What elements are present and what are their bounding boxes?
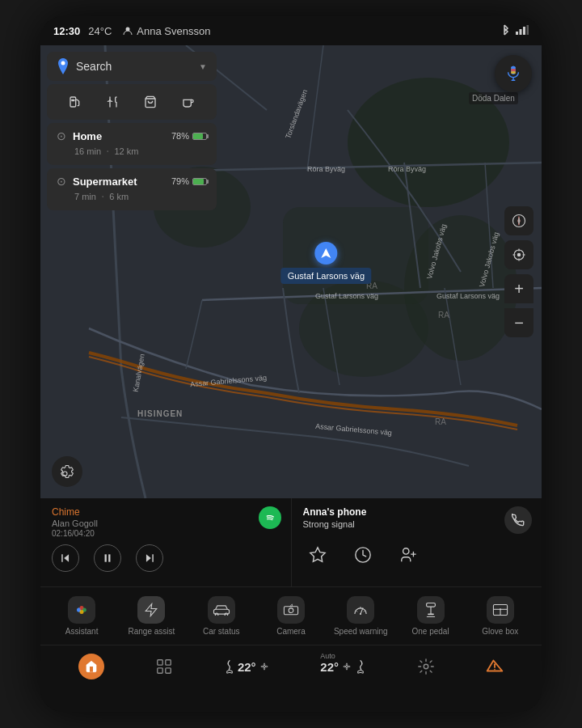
dest-super-time: 7 min bbox=[74, 192, 96, 201]
device-frame: 12:30 24°C Anna Svensson bbox=[40, 16, 542, 712]
road-label-rora2: Röra Byväg bbox=[388, 165, 426, 173]
dest-home-battery: 78% bbox=[171, 131, 207, 141]
next-button[interactable] bbox=[136, 544, 163, 572]
home-icon bbox=[78, 654, 104, 679]
range-assist-label: Range assist bbox=[129, 627, 175, 636]
svg-rect-3 bbox=[523, 27, 525, 35]
zoom-in-button[interactable]: + bbox=[504, 274, 534, 303]
bottom-section: Chime Alan Gogoll 02:16/04:20 bbox=[40, 498, 542, 712]
svg-marker-37 bbox=[310, 548, 324, 561]
svg-rect-17 bbox=[511, 69, 516, 71]
svg-marker-35 bbox=[146, 554, 151, 561]
microphone-icon bbox=[504, 65, 522, 83]
media-title: Chime bbox=[52, 506, 280, 518]
shortcut-camera[interactable]: Camera bbox=[256, 596, 326, 636]
category-coffee[interactable] bbox=[177, 91, 200, 113]
home-button[interactable] bbox=[78, 654, 104, 679]
voice-button[interactable] bbox=[495, 55, 532, 92]
left-temp: 22° bbox=[238, 660, 256, 674]
category-shopping[interactable] bbox=[139, 91, 162, 113]
favorite-button[interactable] bbox=[303, 540, 332, 569]
media-artist: Alan Gogoll bbox=[52, 518, 280, 528]
dest-home-dist: 12 km bbox=[114, 146, 138, 156]
spotify-icon bbox=[264, 511, 276, 524]
maps-pin-icon bbox=[57, 58, 70, 74]
svg-rect-53 bbox=[426, 603, 435, 607]
next-icon bbox=[144, 552, 155, 564]
compass-button[interactable] bbox=[504, 206, 534, 235]
warning-button[interactable] bbox=[486, 658, 504, 675]
zoom-out-button[interactable]: − bbox=[504, 308, 534, 337]
svg-point-44 bbox=[80, 610, 84, 614]
range-assist-icon bbox=[137, 596, 165, 624]
contacts-button[interactable] bbox=[394, 540, 423, 569]
svg-point-52 bbox=[360, 613, 361, 615]
location-pin bbox=[314, 242, 337, 265]
svg-point-64 bbox=[424, 664, 428, 669]
car-status-icon bbox=[208, 596, 235, 624]
svg-point-63 bbox=[346, 666, 348, 668]
car-status-label: Car status bbox=[203, 627, 240, 636]
svg-rect-1 bbox=[516, 32, 518, 35]
arrow-up-icon bbox=[320, 248, 331, 259]
dest-super-dist: 6 km bbox=[109, 192, 129, 201]
phone-actions bbox=[303, 540, 531, 569]
locate-icon bbox=[512, 248, 526, 262]
dest-super-name: Supermarket bbox=[73, 176, 137, 188]
prev-button[interactable] bbox=[52, 544, 79, 572]
contacts-icon bbox=[399, 546, 417, 564]
camera-label: Camera bbox=[276, 627, 306, 636]
bottom-control-bar: 22° Auto 22° bbox=[40, 645, 542, 688]
glovebox-icon bbox=[492, 603, 508, 617]
location-pin-area: Gustaf Larsons väg bbox=[281, 242, 371, 284]
grid-button[interactable] bbox=[155, 658, 173, 675]
pedal-icon bbox=[425, 602, 436, 618]
road-label-gustaf: Gustaf Larsons väg bbox=[315, 292, 378, 300]
media-time: 02:16/04:20 bbox=[52, 529, 280, 538]
lightning-icon bbox=[144, 603, 158, 617]
compass-icon bbox=[512, 214, 526, 228]
search-bar[interactable]: Search ▼ bbox=[47, 52, 217, 81]
shortcut-glove-box[interactable]: Glove box bbox=[466, 596, 535, 636]
map-area[interactable]: Röra Byväg Röra Byväg Gustaf Larsons väg… bbox=[40, 45, 542, 498]
status-temp: 24°C bbox=[88, 25, 112, 37]
shortcut-assistant[interactable]: Assistant bbox=[47, 596, 116, 636]
category-food[interactable] bbox=[102, 91, 124, 113]
svg-rect-4 bbox=[527, 25, 529, 35]
seat-heat-right-icon bbox=[355, 659, 366, 674]
category-gas[interactable] bbox=[64, 91, 86, 113]
assistant-icon bbox=[68, 596, 95, 624]
settings-ctrl-button[interactable] bbox=[417, 658, 435, 675]
speed-warning-icon bbox=[347, 596, 374, 624]
right-climate[interactable]: Auto 22° bbox=[320, 659, 366, 674]
speed-warning-label: Speed warning bbox=[334, 627, 388, 636]
user-icon bbox=[123, 26, 133, 36]
shortcut-speed-warning[interactable]: Speed warning bbox=[326, 596, 395, 636]
phone-icon bbox=[512, 514, 525, 527]
shortcut-one-pedal[interactable]: One pedal bbox=[395, 596, 465, 636]
shortcut-range-assist[interactable]: Range assist bbox=[116, 596, 186, 636]
destination-home[interactable]: ⊙ Home 78% 16 min · 12 km bbox=[47, 123, 217, 165]
location-tooltip: Gustaf Larsons väg bbox=[281, 268, 371, 284]
locate-button[interactable] bbox=[504, 240, 534, 269]
destination-supermarket[interactable]: ⊙ Supermarket 79% 7 min · 6 km bbox=[47, 168, 217, 210]
play-pause-button[interactable] bbox=[94, 544, 121, 572]
one-pedal-icon-wrap bbox=[417, 596, 445, 624]
phone-call-button[interactable] bbox=[504, 506, 532, 534]
doda-dalen-label: Döda Dalen bbox=[469, 92, 518, 104]
recents-button[interactable] bbox=[348, 540, 377, 569]
media-phone-row: Chime Alan Gogoll 02:16/04:20 bbox=[40, 498, 542, 587]
speed-icon bbox=[352, 603, 369, 617]
fan-right-icon bbox=[341, 661, 352, 672]
map-settings-button[interactable] bbox=[52, 456, 82, 487]
seat-heat-left-icon bbox=[224, 659, 235, 674]
phone-title: Anna's phone bbox=[303, 506, 531, 518]
spotify-badge bbox=[259, 506, 281, 529]
dest-home-time: 16 min bbox=[74, 146, 101, 156]
shortcut-car-status[interactable]: Car status bbox=[187, 596, 256, 636]
car-icon bbox=[213, 604, 230, 616]
left-climate[interactable]: 22° bbox=[224, 659, 270, 674]
assistant-label: Assistant bbox=[65, 627, 99, 636]
status-right bbox=[500, 24, 529, 38]
settings-ctrl-icon bbox=[417, 658, 435, 675]
